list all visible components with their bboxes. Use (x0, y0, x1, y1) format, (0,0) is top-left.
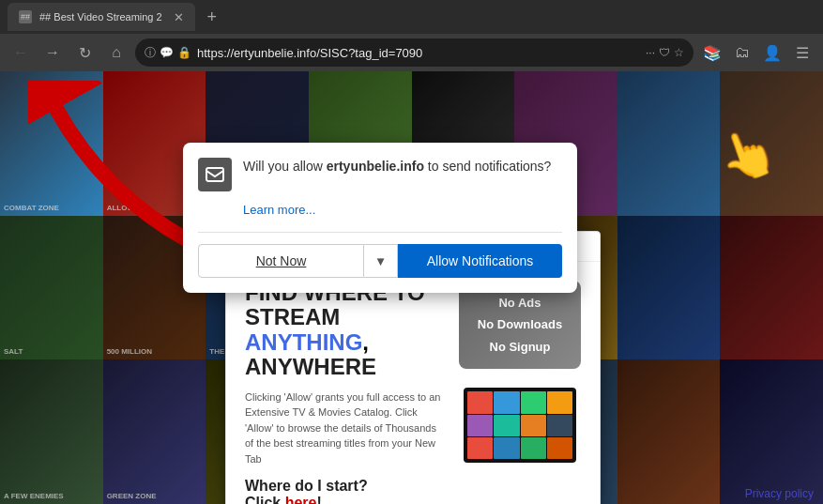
home-button[interactable]: ⌂ (103, 39, 130, 66)
here-link[interactable]: here (285, 495, 317, 504)
stream-text: FIND WHERE TO STREAM ANYTHING, ANYWHERE … (245, 281, 444, 504)
laptop-image (464, 388, 576, 463)
notification-icon: 💬 (160, 46, 174, 59)
synced-tabs-icon[interactable]: 🗂 (729, 39, 755, 66)
overflow-menu-icon[interactable]: ☰ (789, 39, 815, 66)
movie-tile (617, 359, 721, 504)
laptop-screen (464, 388, 576, 463)
no-ads-line1: No Ads (474, 292, 566, 313)
website-message-body: FIND WHERE TO STREAM ANYTHING, ANYWHERE … (226, 262, 600, 504)
svg-rect-1 (206, 168, 223, 181)
back-button[interactable]: ← (8, 39, 34, 66)
account-icon[interactable]: 👤 (759, 39, 785, 66)
new-tab-button[interactable]: + (199, 4, 225, 30)
movie-tile: GREEN ZONE (103, 359, 206, 504)
address-bar-icons: ⓘ 💬 🔒 (145, 45, 191, 61)
not-now-button[interactable]: Not Now (198, 244, 364, 278)
star-icon[interactable]: ☆ (674, 46, 684, 59)
popup-domain: ertyunbelie.info (327, 159, 424, 174)
learn-more-link[interactable]: Learn more... (243, 203, 562, 217)
anything-anywhere-title: ANYTHING, ANYWHERE (245, 330, 444, 380)
movie-tile (720, 359, 823, 504)
comma-text: , (362, 329, 369, 355)
notification-popup: Will you allow ertyunbelie.info to send … (183, 143, 577, 293)
laptop-cell (547, 437, 572, 459)
no-signup-line: No Signup (474, 336, 566, 358)
dropdown-button[interactable]: ▼ (364, 244, 398, 278)
movie-tile: SALT (0, 216, 103, 360)
popup-message-text: Will you allow ertyunbelie.info to send … (243, 158, 551, 176)
active-tab[interactable]: ## ## Best Video Streaming 2 ✕ (8, 3, 195, 31)
movie-tile: Combat Zone (0, 71, 103, 216)
movie-tile (720, 216, 823, 360)
laptop-cell (547, 391, 572, 413)
allow-notifications-button[interactable]: Allow Notifications (398, 244, 562, 278)
shield-icon: 🛡 (659, 46, 670, 59)
tab-title: ## Best Video Streaming 2 (39, 11, 162, 23)
library-icon[interactable]: 📚 (699, 39, 725, 66)
tab-close-button[interactable]: ✕ (174, 10, 184, 24)
laptop-cell (547, 415, 572, 436)
tab-bar: ## ## Best Video Streaming 2 ✕ + (0, 0, 823, 34)
laptop-cell (521, 437, 546, 459)
laptop-cell (494, 415, 519, 436)
address-bar[interactable]: ⓘ 💬 🔒 https://ertyunbelie.info/SISC?tag_… (135, 38, 693, 67)
movie-tile (720, 71, 823, 216)
click-here-text: Click here! (245, 495, 444, 504)
browser-chrome: ## ## Best Video Streaming 2 ✕ + ← → ↻ ⌂… (0, 0, 823, 71)
laptop-cell (521, 391, 546, 413)
no-downloads-line: No Downloads (474, 313, 566, 335)
movie-tile (617, 216, 721, 360)
laptop-cell (521, 415, 546, 436)
no-ads-box: No Ads No Downloads No Signup (459, 281, 581, 369)
movie-tile (617, 71, 721, 216)
privacy-policy-link[interactable]: Privacy policy (745, 487, 814, 500)
tab-favicon: ## (19, 10, 32, 23)
laptop-cell (494, 437, 519, 459)
laptop-cell (467, 415, 493, 436)
stream-description: Clicking 'Allow' grants you full access … (245, 389, 444, 467)
popup-header: Will you allow ertyunbelie.info to send … (198, 158, 562, 191)
url-text: https://ertyunbelie.info/SISC?tag_id=709… (197, 46, 640, 60)
lock-icon: 🔒 (177, 46, 191, 59)
toolbar-right: 📚 🗂 👤 ☰ (699, 39, 815, 66)
toolbar: ← → ↻ ⌂ ⓘ 💬 🔒 https://ertyunbelie.info/S… (0, 34, 823, 71)
notification-message-icon (198, 158, 232, 191)
where-start-text: Where do I start? (245, 478, 444, 495)
address-bar-right-icons: ··· 🛡 ☆ (646, 46, 684, 59)
laptop-cell (467, 391, 493, 413)
movie-tile: A FEW ENEMIES (0, 359, 103, 504)
refresh-button[interactable]: ↻ (71, 39, 98, 66)
page-wrapper: Combat Zone ALLOW Date Night TRON PREDAT… (0, 71, 823, 504)
anything-text: ANYTHING (245, 329, 362, 355)
forward-button[interactable]: → (39, 39, 66, 66)
laptop-cell (494, 391, 519, 413)
anywhere-text: ANYWHERE (245, 354, 376, 379)
laptop-cell (467, 437, 493, 459)
more-button[interactable]: ··· (646, 46, 655, 59)
popup-buttons: Not Now ▼ Allow Notifications (198, 232, 562, 278)
info-icon: ⓘ (145, 45, 156, 61)
